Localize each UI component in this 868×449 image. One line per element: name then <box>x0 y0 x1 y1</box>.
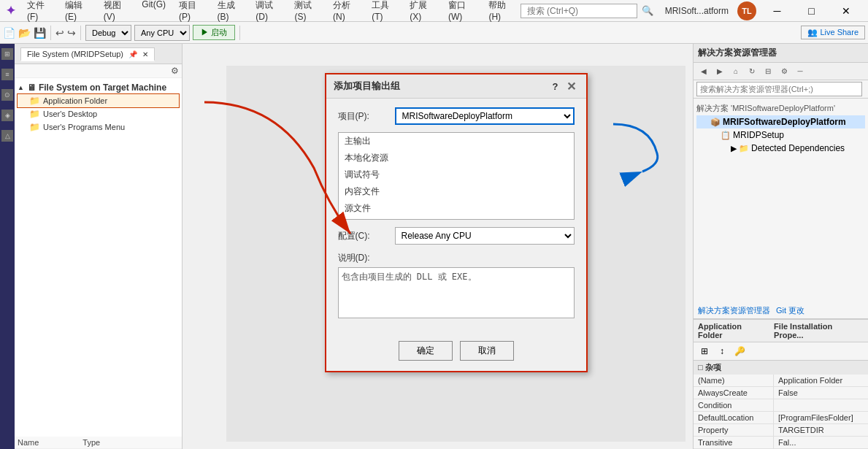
listbox-item-localized[interactable]: 本地化资源 <box>339 150 574 166</box>
sol-platform-icon: 📦 <box>710 118 721 127</box>
solution-root-label: 解决方案 'MRISoftwareDeployPlatform' <box>696 101 865 115</box>
sol-toolbar-settings[interactable]: ⚙ <box>777 64 791 79</box>
desc-textarea[interactable]: 包含由项目生成的 DLL 或 EXE。 <box>338 267 575 318</box>
sol-toolbar-back[interactable]: ◀ <box>696 64 711 79</box>
activity-icon-2[interactable]: ≡ <box>1 69 13 80</box>
sol-platform-label: MRIFSoftwareDeployPlatform <box>723 117 846 127</box>
menu-extensions[interactable]: 扩展(X) <box>404 0 441 23</box>
sol-deps-folder-icon: 📁 <box>739 144 749 153</box>
menu-file[interactable]: 文件(F) <box>21 0 58 23</box>
menu-project[interactable]: 项目(P) <box>173 0 210 23</box>
activity-icon-3[interactable]: ⊙ <box>1 89 13 101</box>
menu-tools[interactable]: 工具(T) <box>366 0 402 23</box>
activity-icon-1[interactable]: ⊞ <box>1 48 13 60</box>
props-btn-filter[interactable]: 🔑 <box>731 344 748 358</box>
sol-toolbar-refresh[interactable]: ↻ <box>745 64 759 79</box>
project-select[interactable]: MRISoftwareDeployPlatform <box>395 107 575 125</box>
listbox-item-docs[interactable]: 文档文件 <box>339 217 574 220</box>
output-listbox[interactable]: 主输出 本地化资源 调试符号 内容文件 源文件 文档文件 XML 序列化程序集 <box>338 132 575 220</box>
app-title: MRISoft...atform <box>665 6 729 16</box>
solution-explorer-toolbar: ◀ ▶ ⌂ ↻ ⊟ ⚙ ─ <box>694 63 868 80</box>
sol-toolbar-forward[interactable]: ▶ <box>713 64 727 79</box>
menu-window[interactable]: 窗口(W) <box>442 0 482 23</box>
cpu-mode-select[interactable]: Any CPU <box>134 25 190 41</box>
menu-view[interactable]: 视图(V) <box>98 0 135 23</box>
toolbar-btn-save[interactable]: 💾 <box>34 27 46 39</box>
prop-row-name: (Name) Application Folder <box>694 375 868 387</box>
maximize-button[interactable]: □ <box>795 1 828 21</box>
minimize-button[interactable]: ─ <box>761 1 794 21</box>
activity-icon-5[interactable]: △ <box>1 130 13 142</box>
center-area: 添加项目输出组 ? ✕ 项目(P): MRISoftwareDeployPlat… <box>183 44 693 449</box>
menu-analyze[interactable]: 分析(N) <box>327 0 364 23</box>
dialog-help-icon[interactable]: ? <box>553 81 558 92</box>
sol-toolbar-close[interactable]: ─ <box>793 64 807 79</box>
menu-git[interactable]: Git(G) <box>136 0 172 23</box>
prop-val-property: TARGETDIR <box>774 424 868 436</box>
tree-item-desktop[interactable]: 📁 User's Desktop <box>18 107 179 120</box>
file-panel-tab: File System (MRIDPSetup) 📌 ✕ <box>15 44 182 64</box>
listbox-item-source[interactable]: 源文件 <box>339 200 574 217</box>
git-section: 解决方案资源管理器 Git 更改 <box>694 303 868 319</box>
properties-header: Application Folder File Installation Pro… <box>694 320 868 342</box>
live-share-icon: 👥 <box>807 28 818 37</box>
cancel-button[interactable]: 取消 <box>460 341 514 361</box>
sol-toolbar-filter[interactable]: ⊟ <box>761 64 775 79</box>
ok-button[interactable]: 确定 <box>399 341 453 361</box>
tree-item-desktop-label: User's Desktop <box>43 110 97 118</box>
props-toolbar: ⊞ ↕ 🔑 <box>694 342 868 361</box>
separator-1 <box>50 26 51 40</box>
toolbar-btn-undo[interactable]: ↩ <box>55 27 64 39</box>
activity-icon-4[interactable]: ◈ <box>1 110 13 121</box>
menu-help[interactable]: 帮助(H) <box>483 0 520 23</box>
start-button[interactable]: ▶ 启动 <box>193 25 235 40</box>
toolbar-btn-redo[interactable]: ↪ <box>67 27 76 39</box>
global-search-input[interactable] <box>521 4 637 18</box>
tree-item-app-folder[interactable]: 📁 Application Folder <box>18 94 179 107</box>
listbox-item-main[interactable]: 主输出 <box>339 133 574 150</box>
tree-item-programs-menu[interactable]: 📁 User's Programs Menu <box>18 120 179 134</box>
close-button[interactable]: ✕ <box>829 1 862 21</box>
menu-test[interactable]: 测试(S) <box>288 0 326 23</box>
listbox-item-content[interactable]: 内容文件 <box>339 183 574 200</box>
git-label[interactable]: Git 更改 <box>776 305 804 316</box>
file-panel: File System (MRIDPSetup) 📌 ✕ ⚙ ▲ 🖥 File … <box>15 44 183 449</box>
tab-file-system[interactable]: File System (MRIDPSetup) 📌 ✕ <box>20 47 155 61</box>
prop-row-property: Property TARGETDIR <box>694 424 868 437</box>
props-section-misc: □ 杂项 <box>694 361 868 375</box>
solution-item-platform[interactable]: 📦 MRIFSoftwareDeployPlatform <box>696 115 865 128</box>
sol-setup-icon: 📋 <box>721 131 731 140</box>
prop-key-condition: Condition <box>694 399 774 411</box>
folder-icon-programs: 📁 <box>29 122 40 132</box>
props-subject-type: File Installation Prope... <box>774 322 864 339</box>
menu-edit[interactable]: 编辑(E) <box>59 0 96 23</box>
settings-icon[interactable]: ⚙ <box>171 66 179 76</box>
tab-file-system-label: File System (MRIDPSetup) <box>27 50 123 58</box>
config-select[interactable]: Release Any CPU <box>395 227 575 245</box>
menu-debug[interactable]: 调试(D) <box>250 0 287 23</box>
listbox-item-debug[interactable]: 调试符号 <box>339 166 574 183</box>
solution-search-input[interactable] <box>696 82 862 96</box>
sol-mgr-label[interactable]: 解决方案资源管理器 <box>698 305 770 316</box>
prop-val-name: Application Folder <box>774 375 868 386</box>
sol-toolbar-home[interactable]: ⌂ <box>729 64 743 79</box>
title-bar: ✦ 文件(F) 编辑(E) 视图(V) Git(G) 项目(P) 生成(B) 调… <box>0 0 868 22</box>
toolbar-btn-new[interactable]: 📄 <box>3 27 15 39</box>
file-tree-root: ▲ 🖥 File System on Target Machine <box>18 81 179 94</box>
toolbar-btn-open[interactable]: 📂 <box>18 27 31 39</box>
menu-build[interactable]: 生成(B) <box>212 0 249 23</box>
folder-icon-desktop: 📁 <box>29 109 40 119</box>
live-share-button[interactable]: 👥 Live Share <box>801 26 865 39</box>
props-btn-sort[interactable]: ↕ <box>714 344 730 358</box>
prop-val-transitive: Fal... <box>774 437 868 448</box>
dialog-close-button[interactable]: ✕ <box>564 79 579 93</box>
props-btn-grid[interactable]: ⊞ <box>696 344 713 358</box>
tab-close-icon[interactable]: ✕ <box>142 50 148 58</box>
properties-panel: Application Folder File Installation Pro… <box>694 319 868 449</box>
debug-mode-select[interactable]: Debug <box>85 25 131 41</box>
solution-item-dependencies[interactable]: ▶ 📁 Detected Dependencies <box>696 142 865 155</box>
toolbar: 📄 📂 💾 ↩ ↪ Debug Any CPU ▶ 启动 👥 Live Shar… <box>0 22 868 44</box>
solution-item-setup[interactable]: 📋 MRIDPSetup <box>696 128 865 142</box>
dialog-footer: 确定 取消 <box>326 334 586 371</box>
tab-pin-icon[interactable]: 📌 <box>128 50 137 58</box>
